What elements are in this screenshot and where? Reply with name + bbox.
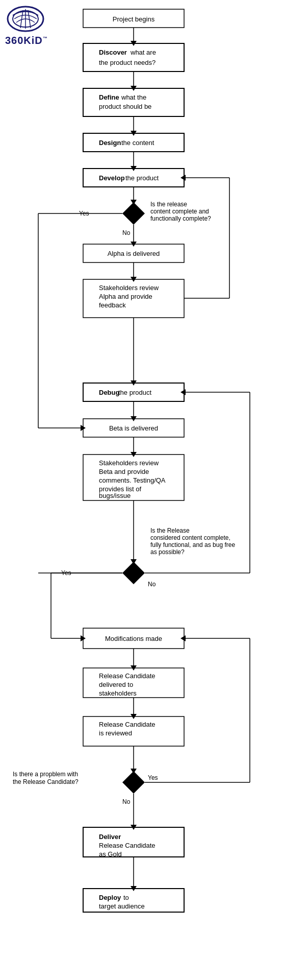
svg-text:Stakeholders review: Stakeholders review (99, 459, 159, 467)
svg-text:considered content complete,: considered content complete, (150, 534, 230, 541)
svg-text:bugs/issue: bugs/issue (99, 492, 131, 499)
svg-marker-102 (131, 559, 137, 564)
svg-text:Deliver: Deliver (99, 833, 121, 841)
svg-text:to: to (123, 894, 129, 901)
svg-text:Stakeholders review: Stakeholders review (99, 284, 159, 292)
svg-text:No: No (122, 798, 131, 805)
svg-text:Release Candidate: Release Candidate (99, 672, 156, 680)
svg-rect-7 (83, 43, 184, 71)
svg-marker-48 (122, 562, 145, 584)
svg-text:product should be: product should be (99, 103, 151, 110)
svg-text:the Release Candidate?: the Release Candidate? (13, 778, 79, 785)
svg-text:Is the Release: Is the Release (150, 527, 190, 534)
svg-text:as Gold: as Gold (99, 850, 122, 858)
svg-text:the product: the product (125, 174, 159, 182)
svg-text:Modifications made: Modifications made (105, 635, 162, 642)
svg-text:Release Candidate: Release Candidate (99, 842, 156, 849)
svg-text:content complete and: content complete and (150, 208, 209, 215)
svg-text:Develop: Develop (99, 174, 125, 182)
svg-text:Beta and provide: Beta and provide (99, 468, 149, 475)
svg-text:what are: what are (130, 49, 156, 56)
svg-text:delivered to: delivered to (99, 681, 133, 688)
svg-text:Alpha is delivered: Alpha is delivered (108, 250, 160, 257)
svg-text:Yes: Yes (148, 774, 158, 781)
svg-text:Release Candidate: Release Candidate (99, 721, 156, 728)
svg-text:feedback: feedback (99, 301, 126, 309)
svg-text:Beta is delivered: Beta is delivered (109, 424, 158, 432)
svg-marker-61 (122, 771, 145, 794)
svg-text:the product needs?: the product needs? (99, 59, 156, 66)
svg-text:what the: what the (121, 93, 146, 101)
page: 360KiD™ Project begins Discover what are… (0, 0, 284, 980)
svg-text:No: No (148, 581, 156, 588)
svg-text:is reviewed: is reviewed (99, 729, 132, 737)
svg-text:Design: Design (99, 139, 121, 147)
svg-text:Is there a propblem with: Is there a propblem with (13, 771, 78, 778)
svg-text:stakeholders: stakeholders (99, 689, 137, 697)
svg-text:fully functional, and as bug f: fully functional, and as bug free (150, 541, 235, 548)
svg-text:Define: Define (99, 93, 119, 101)
svg-text:Discover: Discover (99, 49, 127, 56)
svg-text:the product: the product (118, 389, 151, 396)
svg-text:the content: the content (121, 139, 154, 147)
svg-marker-117 (131, 769, 137, 774)
svg-text:functionally complete?: functionally complete? (150, 215, 211, 222)
svg-text:Deploy: Deploy (99, 894, 121, 901)
svg-text:comments. Testing/QA: comments. Testing/QA (99, 476, 166, 484)
svg-marker-21 (122, 202, 145, 225)
svg-text:Project begins: Project begins (113, 15, 155, 23)
flowchart-svg: Project begins Discover what are the pro… (0, 0, 284, 980)
svg-text:as possible?: as possible? (150, 548, 185, 556)
svg-text:No: No (122, 229, 131, 236)
svg-text:Is the release: Is the release (150, 201, 187, 208)
svg-text:Debug: Debug (99, 389, 120, 396)
svg-marker-82 (131, 200, 137, 205)
svg-text:target audience: target audience (99, 902, 145, 910)
svg-text:Alpha and provide: Alpha and provide (99, 293, 152, 300)
